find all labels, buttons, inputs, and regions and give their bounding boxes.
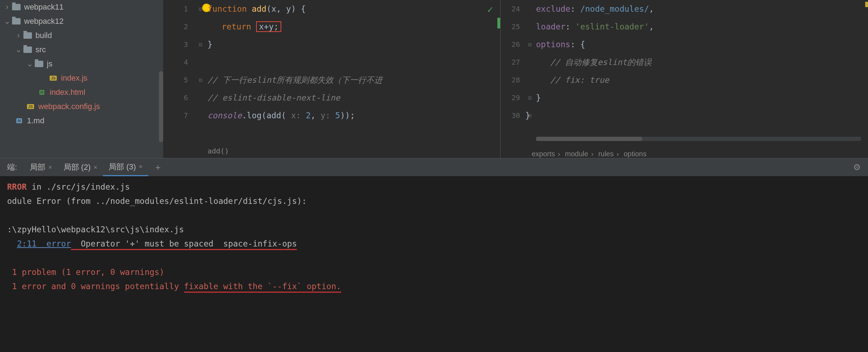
js-file-icon: JS (26, 103, 35, 110)
error-highlight: x+y; (256, 21, 281, 32)
top-area: › webpack11 ⌄ webpack12 › build ⌄ src ⌄ … (0, 0, 868, 158)
terminal-tab-3[interactable]: 局部 (3)× (103, 158, 148, 176)
code-line-2[interactable]: return x+y; (208, 18, 500, 36)
sidebar-scrollbar[interactable] (159, 71, 163, 142)
code-line-30[interactable]: } (525, 107, 868, 124)
error-label: RROR (7, 182, 27, 191)
terminal-tab-1[interactable]: 局部× (24, 158, 58, 176)
tree-item-webpack12[interactable]: ⌄ webpack12 (0, 14, 163, 28)
fold-icon[interactable]: ⊟ (525, 36, 534, 53)
tree-item-index-js[interactable]: JS index.js (0, 71, 163, 85)
code-line-4[interactable] (208, 53, 500, 71)
error-message: Operator '+' must be spaced space-infix-… (71, 239, 297, 250)
horizontal-scrollbar[interactable] (536, 137, 861, 141)
code-line-5[interactable]: // 下一行eslint所有规则都失效（下一行不进 (208, 71, 500, 89)
tree-label: src (35, 45, 46, 54)
code-line-3[interactable]: } (208, 36, 500, 53)
fold-end-icon: ⊟ (525, 89, 534, 107)
tree-item-src[interactable]: ⌄ src (0, 43, 163, 57)
folder-icon (34, 60, 44, 68)
code-line-26[interactable]: options: { (536, 36, 868, 53)
tree-label: webpack11 (24, 2, 63, 12)
tree-label: index.js (61, 74, 88, 83)
chevron-down-icon: ⌄ (3, 17, 11, 26)
tree-label: build (35, 31, 52, 40)
line-gutter: 24 25 26 27 28 29 30 (504, 0, 525, 124)
editor-left[interactable]: 1 2 3 4 5 6 7 ⊟ ⊟ ⊟ ✓ function add(x, y)… (163, 0, 500, 158)
fold-icon[interactable]: ⊟ (195, 71, 206, 89)
js-file-icon: JS (48, 74, 58, 82)
code-area[interactable]: function add(x, y) { return x+y; } // 下一… (208, 0, 500, 124)
code-line-7[interactable]: console.log(add( x: 2, y: 5)); (208, 107, 500, 124)
gear-icon[interactable]: ⚙ (853, 162, 861, 172)
editor-pane: 1 2 3 4 5 6 7 ⊟ ⊟ ⊟ ✓ function add(x, y)… (163, 0, 868, 158)
chevron-down-icon: ⌄ (26, 59, 34, 69)
folder-icon (23, 32, 33, 39)
code-line-24[interactable]: exclude: /node_modules/, (536, 0, 868, 18)
tree-item-build[interactable]: › build (0, 28, 163, 43)
add-terminal-button[interactable]: + (148, 162, 168, 173)
chevron-down-icon: ⌄ (14, 45, 23, 54)
breadcrumb[interactable]: exports› module› rules› options (529, 150, 649, 158)
error-location-link[interactable]: 2:11 error (17, 239, 71, 248)
code-line-25[interactable]: loader: 'eslint-loader', (536, 18, 868, 36)
html-file-icon: H (37, 88, 47, 96)
md-file-icon: M (14, 117, 24, 125)
tree-label: webpack.config.js (38, 102, 100, 111)
tree-label: js (47, 59, 52, 69)
fold-column: ⊟ ⊟ ⊟ (525, 0, 534, 124)
project-sidebar[interactable]: › webpack11 ⌄ webpack12 › build ⌄ src ⌄ … (0, 0, 163, 158)
terminal-output[interactable]: RROR in ./src/js/index.js odule Error (f… (0, 176, 868, 352)
tree-label: webpack12 (24, 17, 63, 26)
tree-item-1-md[interactable]: M 1.md (0, 114, 163, 128)
editor-right[interactable]: 24 25 26 27 28 29 30 ⊟ ⊟ ⊟ exclude: /nod… (500, 0, 868, 158)
folder-icon (23, 46, 33, 54)
code-line-1[interactable]: function add(x, y) { (208, 0, 500, 18)
line-gutter: 1 2 3 4 5 6 7 (163, 0, 195, 124)
tree-label: index.html (50, 88, 85, 97)
tree-label: 1.md (27, 116, 44, 125)
close-icon[interactable]: × (139, 163, 143, 170)
tree-item-webpack11[interactable]: › webpack11 (0, 0, 163, 14)
problem-summary: 1 problem (1 error, 0 warnings) (7, 267, 164, 277)
code-area[interactable]: exclude: /node_modules/, loader: 'eslint… (536, 0, 868, 124)
terminal-panel: 端: 局部× 局部 (2)× 局部 (3)× + ⚙ RROR in ./src… (0, 158, 868, 352)
fold-column: ⊟ ⊟ ⊟ (195, 0, 206, 89)
scrollbar-thumb[interactable] (536, 137, 642, 141)
terminal-header-label: 端: (0, 162, 24, 173)
terminal-tabs: 端: 局部× 局部 (2)× 局部 (3)× + ⚙ (0, 158, 868, 176)
code-line-27[interactable]: // 自动修复eslint的错误 (536, 53, 868, 71)
chevron-right-icon: › (14, 31, 23, 40)
code-line-29[interactable]: } (536, 89, 868, 107)
code-line-28[interactable]: // fix: true (536, 71, 868, 89)
fold-end-icon: ⊟ (195, 36, 206, 53)
close-icon[interactable]: × (94, 164, 98, 171)
tree-item-js[interactable]: ⌄ js (0, 57, 163, 71)
chevron-right-icon: › (3, 2, 11, 12)
close-icon[interactable]: × (48, 164, 52, 171)
folder-icon (11, 3, 21, 11)
tree-item-index-html[interactable]: H index.html (0, 85, 163, 99)
tree-item-webpack-config[interactable]: JS webpack.config.js (0, 99, 163, 114)
fix-hint: fixable with the `--fix` option. (184, 282, 341, 293)
terminal-tab-2[interactable]: 局部 (2)× (58, 158, 103, 176)
code-line-6[interactable]: // eslint-disable-next-line (208, 89, 500, 107)
breadcrumb[interactable]: add() (208, 144, 229, 158)
folder-icon (11, 17, 21, 25)
